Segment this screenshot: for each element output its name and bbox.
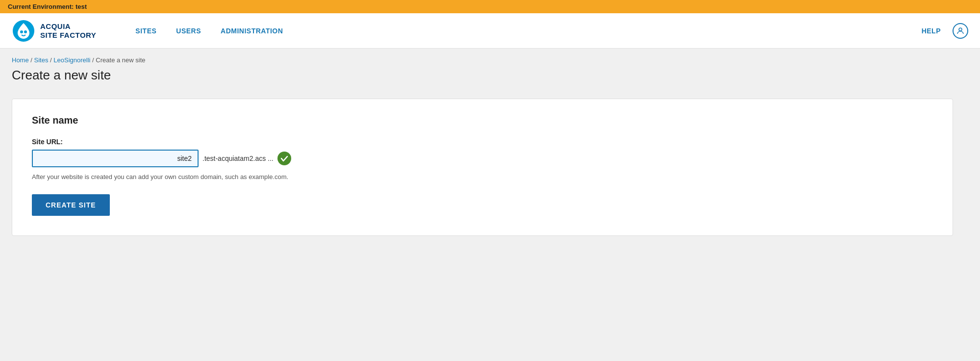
main-nav: SITES USERS ADMINISTRATION (135, 27, 283, 35)
helper-text: After your website is created you can ad… (32, 173, 933, 180)
svg-point-2 (24, 30, 27, 33)
svg-point-1 (20, 30, 23, 33)
acquia-logo-icon (12, 19, 35, 43)
breadcrumb-sites[interactable]: Sites (34, 56, 49, 64)
svg-point-3 (959, 28, 962, 31)
help-link[interactable]: HELP (922, 27, 941, 35)
nav-administration[interactable]: ADMINISTRATION (221, 27, 283, 35)
nav-users[interactable]: USERS (176, 27, 201, 35)
url-suffix: .test-acquiatam2.acs ... (202, 155, 274, 162)
breadcrumb-leosignorelli[interactable]: LeoSignorelli (53, 56, 90, 64)
breadcrumb-area: Home / Sites / LeoSignorelli / Create a … (0, 49, 980, 66)
user-avatar-icon[interactable] (953, 23, 968, 39)
logo[interactable]: ACQUIA SITE FACTORY (12, 19, 96, 43)
nav-sites[interactable]: SITES (135, 27, 156, 35)
validation-check-icon (277, 152, 291, 165)
env-bar-text: Current Environment: test (8, 3, 87, 10)
page-title-area: Create a new site (0, 66, 980, 91)
section-title: Site name (32, 115, 933, 126)
logo-text: ACQUIA SITE FACTORY (40, 22, 96, 40)
url-row: .test-acquiatam2.acs ... (32, 150, 933, 167)
site-url-label: Site URL: (32, 138, 933, 146)
breadcrumb-current: Create a new site (96, 56, 145, 64)
page-title: Create a new site (12, 68, 968, 83)
breadcrumb: Home / Sites / LeoSignorelli / Create a … (12, 56, 968, 64)
content-area: Site name Site URL: .test-acquiatam2.acs… (0, 91, 980, 252)
breadcrumb-home[interactable]: Home (12, 56, 29, 64)
form-card: Site name Site URL: .test-acquiatam2.acs… (12, 99, 953, 236)
header-right: HELP (922, 23, 968, 39)
create-site-button[interactable]: CREATE SITE (32, 194, 110, 216)
site-url-input[interactable] (32, 150, 199, 167)
env-bar: Current Environment: test (0, 0, 980, 13)
header: ACQUIA SITE FACTORY SITES USERS ADMINIST… (0, 13, 980, 49)
